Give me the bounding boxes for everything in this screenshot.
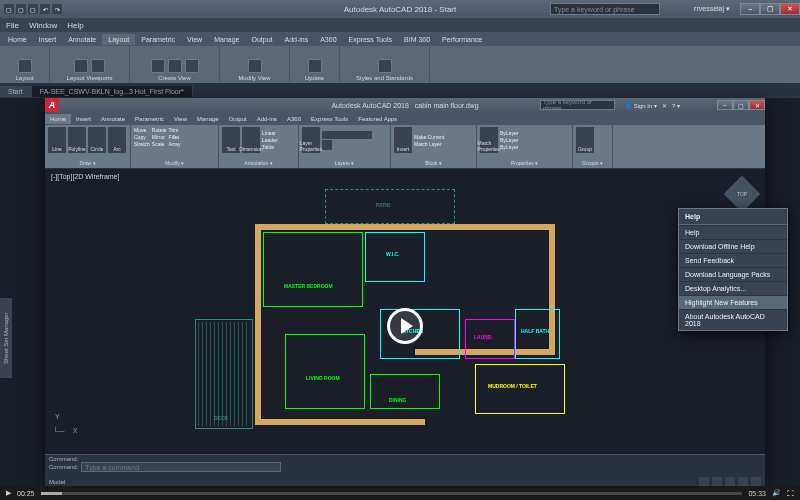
dimension-button[interactable]: Dimension (242, 127, 260, 153)
qat-undo-icon[interactable]: ↶ (40, 4, 50, 14)
inner-signin-menu[interactable]: 👤 Sign In ▾ ✕ ? ▾ (625, 102, 680, 109)
minimize-button[interactable]: − (740, 3, 760, 15)
layout-icon[interactable] (18, 59, 32, 73)
inner-close-button[interactable]: ✕ (749, 100, 765, 110)
fillet-button[interactable]: Fillet (169, 134, 181, 140)
help-item-offline[interactable]: Download Offline Help (679, 239, 787, 253)
leader-button[interactable]: Leader (262, 137, 278, 143)
itab-a360[interactable]: A360 (282, 114, 306, 124)
linear-button[interactable]: Linear (262, 130, 278, 136)
layer-dropdown[interactable] (322, 131, 372, 139)
insert-block-button[interactable]: Insert (394, 127, 412, 153)
array-button[interactable]: Array (169, 141, 181, 147)
help-item-feedback[interactable]: Send Feedback (679, 253, 787, 267)
polyline-button[interactable]: Polyline (68, 127, 86, 153)
video-play-icon[interactable]: ▶ (6, 489, 11, 497)
maximize-button[interactable]: ▢ (760, 3, 780, 15)
sheet-set-manager-tab[interactable]: Sheet Set Manager (0, 298, 12, 378)
arc-button[interactable]: Arc (108, 127, 126, 153)
tab-annotate[interactable]: Annotate (62, 34, 102, 45)
itab-addins[interactable]: Add-ins (252, 114, 282, 124)
model-tab-button[interactable]: Model (49, 479, 65, 485)
line-button[interactable]: Line (48, 127, 66, 153)
trim-button[interactable]: Trim (169, 127, 181, 133)
make-current-button[interactable]: Make Current (414, 134, 444, 140)
viewport-icon-2[interactable] (91, 59, 105, 73)
video-volume-icon[interactable]: 🔊 (772, 489, 781, 497)
stretch-button[interactable]: Stretch (134, 141, 150, 147)
tab-manage[interactable]: Manage (208, 34, 245, 45)
layer-on-icon[interactable] (322, 140, 332, 150)
doc-tab-start[interactable]: Start (0, 86, 32, 97)
autocad-logo-icon[interactable]: A (45, 98, 59, 112)
match-props-button[interactable]: Match Properties (480, 127, 498, 153)
itab-express[interactable]: Express Tools (306, 114, 353, 124)
itab-insert[interactable]: Insert (71, 114, 96, 124)
tab-layout[interactable]: Layout (102, 34, 135, 45)
create-view-icon[interactable] (151, 59, 165, 73)
text-button[interactable]: Text (222, 127, 240, 153)
copy-button[interactable]: Copy (134, 134, 150, 140)
rotate-button[interactable]: Rotate (152, 127, 167, 133)
video-play-button[interactable] (387, 308, 423, 344)
itab-output[interactable]: Output (224, 114, 252, 124)
scale-button[interactable]: Scale (152, 141, 167, 147)
qat-open-icon[interactable]: ▢ (16, 4, 26, 14)
viewport-icon[interactable] (74, 59, 88, 73)
itab-home[interactable]: Home (45, 114, 71, 124)
mirror-button[interactable]: Mirror (152, 134, 167, 140)
outer-search-input[interactable]: Type a keyword or phrase (550, 3, 660, 15)
styles-icon[interactable] (378, 59, 392, 73)
move-button[interactable]: Move (134, 127, 150, 133)
viewport-label[interactable]: [-][Top][2D Wireframe] (51, 173, 119, 180)
video-progress-bar[interactable] (41, 492, 743, 495)
close-button[interactable]: ✕ (780, 3, 800, 15)
doc-tab-file[interactable]: FA-SEE_CSWV-BKLN_log...3 Hot_First Floor… (32, 86, 193, 97)
drawing-canvas[interactable]: [-][Top][2D Wireframe] TOP WCS PATIO MAS… (45, 169, 765, 454)
menu-window[interactable]: Window (29, 21, 57, 30)
help-item-highlight-features[interactable]: Highlight New Features (679, 295, 787, 309)
outer-user-menu[interactable]: rrvesselaj ▾ (694, 5, 730, 13)
tab-home[interactable]: Home (2, 34, 33, 45)
itab-view[interactable]: View (169, 114, 192, 124)
menu-help[interactable]: Help (67, 21, 83, 30)
modify-view-icon[interactable] (248, 59, 262, 73)
match-layer-button[interactable]: Match Layer (414, 141, 444, 147)
help-item-langpacks[interactable]: Download Language Packs (679, 267, 787, 281)
help-item-about[interactable]: About Autodesk AutoCAD 2018 (679, 309, 787, 330)
tab-parametric[interactable]: Parametric (135, 34, 181, 45)
help-item-analytics[interactable]: Desktop Analytics... (679, 281, 787, 295)
inner-maximize-button[interactable]: ▢ (733, 100, 749, 110)
tab-insert[interactable]: Insert (33, 34, 63, 45)
inner-search-input[interactable]: Type a keyword or phrase (540, 100, 615, 110)
command-input[interactable] (81, 462, 281, 472)
create-view-icon-3[interactable] (185, 59, 199, 73)
itab-parametric[interactable]: Parametric (130, 114, 169, 124)
video-fullscreen-icon[interactable]: ⛶ (787, 490, 794, 497)
layer-properties-button[interactable]: Layer Properties (302, 127, 320, 153)
menu-file[interactable]: File (6, 21, 19, 30)
tab-a360[interactable]: A360 (314, 34, 342, 45)
circle-button[interactable]: Circle (88, 127, 106, 153)
update-icon[interactable] (308, 59, 322, 73)
color-bylayer[interactable]: ByLayer (500, 130, 550, 136)
qat-redo-icon[interactable]: ↷ (52, 4, 62, 14)
tab-bim360[interactable]: BIM 360 (398, 34, 436, 45)
table-button[interactable]: Table (262, 144, 278, 150)
lw-bylayer[interactable]: ByLayer (500, 137, 550, 143)
tab-view[interactable]: View (181, 34, 208, 45)
lt-bylayer[interactable]: ByLayer (500, 144, 550, 150)
itab-annotate[interactable]: Annotate (96, 114, 130, 124)
tab-express[interactable]: Express Tools (343, 34, 398, 45)
tab-addins[interactable]: Add-ins (278, 34, 314, 45)
qat-save-icon[interactable]: ▢ (28, 4, 38, 14)
create-view-icon-2[interactable] (168, 59, 182, 73)
inner-minimize-button[interactable]: − (717, 100, 733, 110)
help-item-help[interactable]: Help (679, 225, 787, 239)
tab-performance[interactable]: Performance (436, 34, 488, 45)
itab-manage[interactable]: Manage (192, 114, 224, 124)
qat-new-icon[interactable]: ▢ (4, 4, 14, 14)
itab-featured[interactable]: Featured Apps (353, 114, 402, 124)
tab-output[interactable]: Output (245, 34, 278, 45)
group-button[interactable]: Group (576, 127, 594, 153)
